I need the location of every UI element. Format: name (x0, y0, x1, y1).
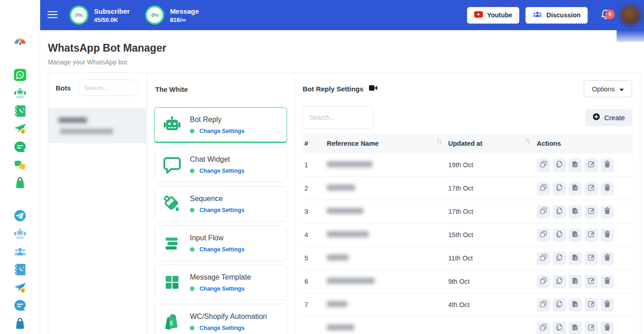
sidebar-item-bot-builder-green[interactable] (0, 86, 40, 100)
app-logo[interactable] (0, 37, 40, 51)
action-export-button[interactable] (569, 228, 582, 242)
action-export-button[interactable] (569, 252, 582, 265)
change-settings-link[interactable]: Change Settings (199, 128, 245, 134)
sidebar-item-broadcast-green[interactable]: 1 (0, 122, 40, 136)
settings-nav-card-message-template[interactable]: Message Template Change Settings (154, 265, 287, 300)
action-delete-button[interactable] (601, 252, 614, 265)
action-export-button[interactable] (569, 205, 582, 218)
export-icon (571, 254, 579, 263)
action-copy-button[interactable] (537, 182, 550, 195)
svg-text:1: 1 (22, 129, 24, 134)
usage-stat-value: 816/∞ (170, 16, 199, 23)
sidebar-item-broadcast-blue[interactable]: 1 (0, 281, 40, 295)
action-clone-button[interactable] (553, 275, 566, 288)
create-button[interactable]: Create (585, 109, 632, 126)
action-export-button[interactable] (569, 275, 582, 288)
contacts-green-icon (13, 104, 27, 118)
action-copy-button[interactable] (537, 228, 550, 242)
action-clone-button[interactable] (553, 298, 566, 312)
action-delete-button[interactable] (601, 182, 614, 195)
change-settings-link[interactable]: Change Settings (199, 207, 245, 213)
copy-icon (539, 184, 547, 193)
table-header: # Reference Name Updated at Actions (303, 133, 632, 154)
action-delete-button[interactable] (601, 298, 614, 312)
action-edit-button[interactable] (585, 205, 598, 218)
youtube-button[interactable]: Youtube (467, 7, 519, 24)
action-export-button[interactable] (569, 159, 582, 172)
action-edit-button[interactable] (585, 322, 598, 334)
change-settings-link[interactable]: Change Settings (199, 286, 245, 292)
menu-toggle-button[interactable] (47, 11, 58, 20)
sidebar-item-contacts-green[interactable] (0, 104, 40, 118)
action-export-button[interactable] (569, 182, 582, 195)
options-dropdown-button[interactable]: Options (584, 80, 632, 97)
action-clone-button[interactable] (553, 252, 566, 265)
change-settings-link[interactable]: Change Settings (199, 325, 245, 331)
action-export-button[interactable] (569, 322, 582, 334)
action-copy-button[interactable] (537, 159, 550, 172)
action-clone-button[interactable] (553, 159, 566, 172)
usage-stat-label: Message (170, 7, 199, 15)
sidebar-item-telegram[interactable] (0, 209, 40, 223)
sidebar-item-store-blue[interactable] (0, 317, 40, 330)
usage-stat-value: 45/50.0K (94, 16, 130, 23)
action-copy-button[interactable] (537, 322, 550, 334)
action-clone-button[interactable] (553, 182, 566, 195)
settings-nav-card-shopify[interactable]: S WC/Shopify Automation Change Settings (154, 304, 287, 334)
action-delete-button[interactable] (601, 228, 614, 242)
sort-icon[interactable] (525, 138, 530, 145)
change-settings-link[interactable]: Change Settings (199, 168, 245, 174)
sidebar-item-livechat-green[interactable] (0, 140, 40, 154)
action-clone-button[interactable] (553, 322, 566, 334)
sidebar-item-contacts-blue[interactable] (0, 263, 40, 276)
action-delete-button[interactable] (601, 322, 614, 334)
action-copy-button[interactable] (537, 275, 550, 288)
action-copy-button[interactable] (537, 252, 550, 265)
bot-manager-panel: Bots The White Bot Reply Change Settings… (48, 73, 640, 334)
sidebar-item-store-green[interactable] (0, 176, 40, 190)
settings-nav-card-chat-widget[interactable]: Chat Widget Change Settings (154, 147, 287, 182)
action-edit-button[interactable] (585, 252, 598, 265)
settings-nav-card-sequence[interactable]: Sequence Change Settings (154, 186, 287, 222)
settings-card-title: Input Flow (190, 234, 245, 242)
redacted-reference-name (327, 278, 375, 284)
video-tutorial-icon[interactable] (369, 85, 377, 93)
notifications-button[interactable]: 6 (600, 9, 611, 22)
action-delete-button[interactable] (601, 159, 614, 172)
discussion-button[interactable]: Discussion (525, 7, 588, 24)
edit-icon (587, 254, 595, 263)
action-edit-button[interactable] (585, 298, 598, 312)
settings-card-title: Sequence (190, 195, 245, 203)
row-updated-at: 17th Oct (448, 185, 537, 192)
telegram-icon (13, 209, 27, 223)
action-copy-button[interactable] (537, 205, 550, 218)
sidebar-item-integrations[interactable] (0, 158, 40, 172)
action-copy-button[interactable] (537, 298, 550, 312)
action-delete-button[interactable] (601, 275, 614, 288)
user-avatar[interactable] (617, 0, 644, 42)
action-clone-button[interactable] (553, 228, 566, 242)
bots-search-input[interactable] (77, 80, 139, 96)
sidebar-item-whatsapp[interactable] (0, 68, 40, 82)
redacted-reference-name (327, 208, 363, 214)
action-edit-button[interactable] (585, 159, 598, 172)
action-edit-button[interactable] (585, 275, 598, 288)
row-actions (537, 205, 630, 218)
settings-nav-card-input-flow[interactable]: Input Flow Change Settings (154, 225, 287, 261)
settings-nav-card-bot-reply[interactable]: Bot Reply Change Settings (154, 107, 287, 143)
action-edit-button[interactable] (585, 228, 598, 242)
sort-icon[interactable] (437, 138, 442, 145)
sidebar-item-groups-blue[interactable] (0, 245, 40, 259)
table-row: 7 4th Oct (303, 293, 632, 317)
sidebar-item-livechat-blue[interactable] (0, 299, 40, 313)
change-settings-link[interactable]: Change Settings (199, 246, 245, 253)
action-edit-button[interactable] (585, 182, 598, 195)
action-clone-button[interactable] (553, 205, 566, 218)
sidebar-item-bot-builder-blue[interactable] (0, 227, 40, 240)
action-delete-button[interactable] (601, 205, 614, 218)
bot-list-item-selected[interactable] (48, 108, 147, 143)
reply-settings-title: Bot Reply Settings (303, 85, 363, 93)
reply-search-input[interactable] (303, 106, 373, 129)
sidebar-group-1: 1 (0, 68, 40, 194)
action-export-button[interactable] (569, 298, 582, 312)
